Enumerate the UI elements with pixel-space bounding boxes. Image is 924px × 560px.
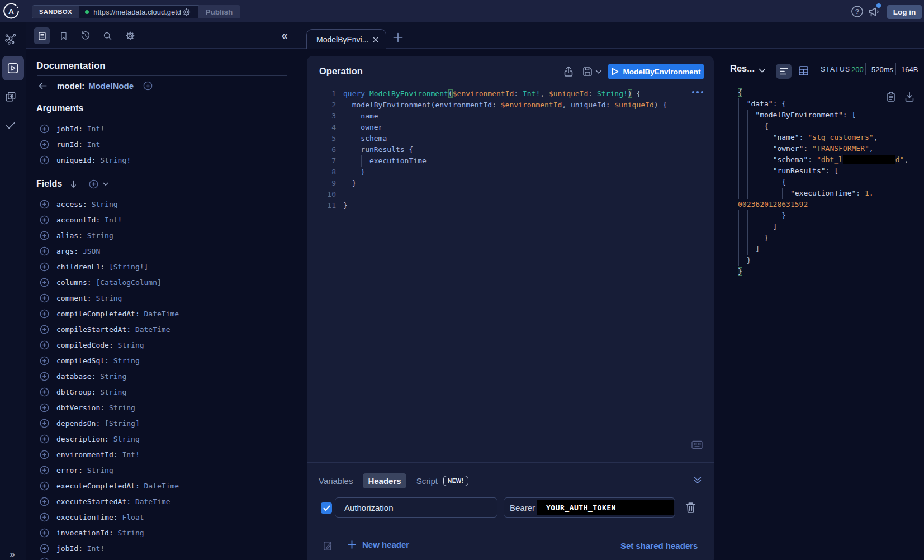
field-name[interactable]: jobId bbox=[56, 125, 78, 133]
add-field-icon[interactable] bbox=[40, 231, 49, 240]
operation-collections-icon[interactable] bbox=[4, 91, 17, 103]
endpoint-settings-icon[interactable] bbox=[182, 7, 191, 17]
field-name[interactable]: compileStartedAt bbox=[56, 325, 126, 334]
add-field-icon[interactable] bbox=[40, 309, 49, 319]
back-arrow-icon[interactable] bbox=[38, 82, 48, 90]
add-field-icon[interactable] bbox=[40, 293, 49, 303]
field-name[interactable]: columns bbox=[56, 278, 87, 287]
add-field-icon[interactable] bbox=[40, 450, 49, 459]
table-view-icon[interactable] bbox=[799, 66, 808, 75]
field-name[interactable]: compiledSql bbox=[56, 357, 105, 365]
field-type[interactable]: String bbox=[100, 388, 126, 396]
field-type[interactable]: DateTime bbox=[144, 482, 179, 490]
field-name[interactable]: access bbox=[56, 200, 83, 208]
operation-tab[interactable]: ModelByEnvi... bbox=[306, 29, 386, 49]
field-name[interactable]: compiledCode bbox=[56, 341, 109, 349]
field-name[interactable]: executionTime bbox=[56, 513, 113, 521]
add-field-icon[interactable] bbox=[40, 278, 49, 287]
field-name[interactable]: runId bbox=[56, 140, 78, 149]
run-operation-button[interactable]: ModelByEnvironment bbox=[608, 64, 704, 79]
share-icon[interactable] bbox=[563, 66, 574, 77]
copy-response-icon[interactable] bbox=[887, 92, 895, 102]
field-name[interactable]: args bbox=[56, 247, 74, 255]
add-field-icon[interactable] bbox=[40, 246, 49, 256]
field-type[interactable]: String! bbox=[100, 156, 131, 164]
help-icon[interactable]: ? bbox=[851, 5, 864, 18]
add-field-icon[interactable] bbox=[40, 512, 49, 522]
new-tab-icon[interactable] bbox=[393, 32, 403, 42]
add-fields-caret-icon[interactable] bbox=[103, 182, 108, 186]
request-tab-script[interactable]: Script bbox=[410, 473, 440, 488]
add-field-icon[interactable] bbox=[40, 200, 49, 209]
graphql-editor[interactable]: 1query ModelByEnvironment($environmentId… bbox=[307, 83, 714, 463]
schema-graph-icon[interactable] bbox=[4, 33, 17, 45]
edit-environment-icon[interactable] bbox=[323, 541, 333, 551]
settings-button[interactable] bbox=[122, 27, 139, 44]
add-fields-icon[interactable] bbox=[89, 179, 98, 189]
field-type[interactable]: Int! bbox=[122, 450, 139, 459]
request-tab-headers[interactable]: Headers bbox=[363, 473, 406, 488]
field-type[interactable]: Int! bbox=[87, 544, 105, 553]
add-field-icon[interactable] bbox=[40, 215, 49, 225]
sort-fields-icon[interactable] bbox=[70, 180, 77, 188]
tree-view-button[interactable] bbox=[776, 64, 792, 79]
field-name[interactable]: dbtGroup bbox=[56, 388, 92, 396]
field-type[interactable]: String bbox=[100, 372, 126, 381]
field-name[interactable]: description bbox=[56, 435, 105, 443]
save-options-caret-icon[interactable] bbox=[595, 69, 602, 75]
add-field-icon[interactable] bbox=[40, 262, 49, 272]
response-title[interactable]: Res... bbox=[730, 63, 755, 74]
field-name[interactable]: accountId bbox=[56, 216, 96, 224]
request-tab-variables[interactable]: Variables bbox=[312, 473, 359, 488]
field-name[interactable]: environmentId bbox=[56, 450, 113, 459]
download-response-icon[interactable] bbox=[905, 92, 914, 102]
field-type[interactable]: [String!] bbox=[109, 263, 148, 271]
add-field-icon[interactable] bbox=[40, 140, 49, 149]
header-enabled-checkbox[interactable] bbox=[321, 502, 332, 514]
field-type[interactable]: DateTime bbox=[144, 310, 179, 318]
field-name[interactable]: jobId bbox=[56, 544, 78, 553]
close-tab-icon[interactable] bbox=[371, 35, 380, 44]
endpoint-url-input[interactable]: https://metadata.cloud.getdb bbox=[79, 6, 200, 18]
field-name[interactable]: alias bbox=[56, 231, 78, 240]
field-name[interactable]: database bbox=[56, 372, 92, 381]
add-field-icon[interactable] bbox=[40, 155, 49, 165]
response-caret-icon[interactable] bbox=[759, 68, 766, 73]
field-type[interactable]: Int bbox=[87, 140, 100, 149]
save-icon[interactable] bbox=[582, 66, 593, 77]
add-field-icon[interactable] bbox=[40, 419, 49, 428]
field-name[interactable]: dbtVersion bbox=[56, 404, 100, 412]
field-type[interactable]: JSON bbox=[83, 247, 100, 255]
publish-button[interactable]: Publish bbox=[198, 5, 240, 18]
field-name[interactable]: dependsOn bbox=[56, 419, 96, 428]
field-name[interactable]: executeStartedAt bbox=[56, 497, 126, 506]
checks-icon[interactable] bbox=[4, 119, 17, 131]
new-header-button[interactable]: New header bbox=[348, 540, 409, 549]
add-field-icon[interactable] bbox=[40, 372, 49, 381]
set-shared-headers-button[interactable]: Set shared headers bbox=[620, 541, 698, 550]
search-button[interactable] bbox=[99, 27, 116, 44]
add-field-icon[interactable] bbox=[40, 403, 49, 412]
field-type[interactable]: String bbox=[118, 341, 144, 349]
field-type[interactable]: String bbox=[87, 466, 113, 474]
header-name-input[interactable]: Authorization bbox=[335, 497, 497, 518]
docs-panel-button[interactable] bbox=[34, 27, 50, 44]
field-type[interactable]: String bbox=[113, 357, 140, 365]
field-name[interactable]: executeCompletedAt bbox=[56, 482, 135, 490]
add-field-icon[interactable] bbox=[40, 325, 49, 334]
add-field-icon[interactable] bbox=[40, 434, 49, 444]
keyboard-shortcuts-icon[interactable] bbox=[691, 440, 703, 449]
field-name[interactable]: uniqueId bbox=[56, 156, 92, 164]
field-type[interactable]: String bbox=[92, 200, 118, 208]
add-field-icon[interactable] bbox=[40, 466, 49, 475]
field-type[interactable]: Float bbox=[122, 513, 144, 521]
response-json[interactable]: { "data": { "modelByEnvironment": [ { "n… bbox=[738, 82, 924, 361]
field-name[interactable]: invocationId bbox=[56, 529, 109, 537]
field-name[interactable]: childrenL1 bbox=[56, 263, 100, 271]
field-type[interactable]: String bbox=[109, 404, 135, 412]
field-type[interactable]: String bbox=[87, 231, 113, 240]
field-name[interactable]: comment bbox=[56, 294, 87, 302]
apollo-logo-icon[interactable]: A bbox=[2, 2, 20, 20]
field-type[interactable]: String bbox=[96, 294, 122, 302]
delete-header-icon[interactable] bbox=[685, 501, 696, 514]
